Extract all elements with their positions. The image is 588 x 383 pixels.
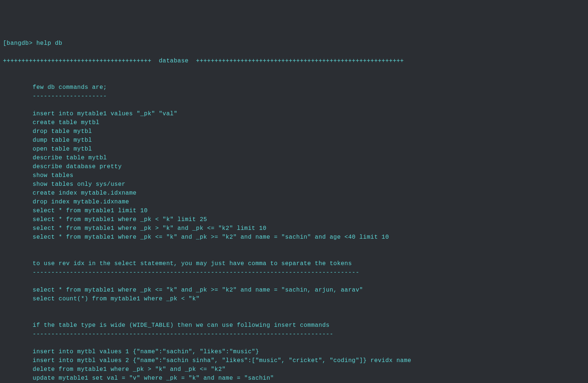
help-line: drop table mytbl <box>3 128 92 135</box>
prompt-bracket: [ <box>3 40 7 47</box>
help-line: select * from mytable1 where _pk > "k" a… <box>3 225 266 232</box>
note-line: to use rev idx in the select statement, … <box>3 260 352 267</box>
help-line: drop index mytable.idxname <box>3 199 129 205</box>
prompt-prefix: bangdb> <box>7 40 36 47</box>
help-line: dump table mytbl <box>3 137 92 144</box>
help-line: open table mytbl <box>3 146 92 152</box>
command-text: help db <box>36 40 62 47</box>
help-line: create table mytbl <box>3 119 100 126</box>
help-line: select * from mytable1 where _pk <= "k" … <box>3 287 363 293</box>
help-line: describe table mytbl <box>3 155 107 161</box>
help-line: show tables <box>3 172 74 179</box>
help-line: select * from mytable1 where _pk <= "k" … <box>3 234 389 241</box>
note-line: if the table type is wide (WIDE_TABLE) t… <box>3 322 330 329</box>
help-line: show tables only sys/user <box>3 181 125 188</box>
help-line: insert into mytbl values 2 {"name":"sach… <box>3 357 411 364</box>
intro-dashes: -------------------- <box>3 93 107 100</box>
help-line: describe database pretty <box>3 163 122 170</box>
help-line: select * from mytable1 where _pk < "k" l… <box>3 216 207 223</box>
help-line: insert into mytbl values 1 {"name":"sach… <box>3 348 259 355</box>
note-dashes: ----------------------------------------… <box>3 331 333 337</box>
help-line: update mytable1 set val = "v" where _pk … <box>3 375 274 382</box>
intro-line: few db commands are; <box>3 84 107 91</box>
help-line: delete from mytable1 where _pk > "k" and… <box>3 366 226 373</box>
help-line: select * from mytable1 limit 10 <box>3 207 148 214</box>
help-line: select count(*) from mytable1 where _pk … <box>3 296 200 302</box>
section-header: ++++++++++++++++++++++++++++++++++++++++… <box>3 58 404 64</box>
help-line: insert into mytable1 values "_pk" "val" <box>3 111 178 117</box>
note-dashes: ----------------------------------------… <box>3 269 359 276</box>
terminal-output: [bangdb> help db +++++++++++++++++++++++… <box>3 39 585 383</box>
help-line: create index mytable.idxname <box>3 190 137 196</box>
